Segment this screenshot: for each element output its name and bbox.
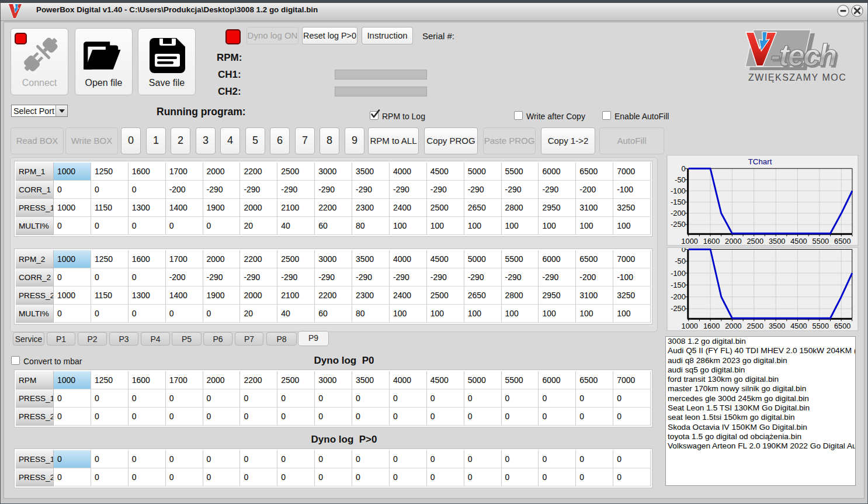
svg-text:4500: 4500 bbox=[790, 322, 807, 330]
svg-text:-50: -50 bbox=[675, 175, 686, 184]
svg-text:1600: 1600 bbox=[703, 322, 720, 330]
svg-text:1000: 1000 bbox=[681, 237, 698, 246]
svg-text:0: 0 bbox=[682, 164, 686, 173]
svg-text:1600: 1600 bbox=[703, 237, 720, 246]
svg-text:-100: -100 bbox=[671, 269, 686, 278]
svg-text:2500: 2500 bbox=[747, 322, 763, 330]
svg-text:2000: 2000 bbox=[725, 237, 742, 246]
svg-text:-250: -250 bbox=[671, 304, 686, 313]
svg-text:-tech: -tech bbox=[770, 38, 836, 72]
svg-text:0: 0 bbox=[682, 247, 686, 254]
svg-text:1000: 1000 bbox=[682, 322, 698, 330]
svg-text:ZWIĘKSZAMY MOC: ZWIĘKSZAMY MOC bbox=[748, 73, 846, 82]
svg-text:-250: -250 bbox=[671, 220, 686, 229]
svg-text:3500: 3500 bbox=[769, 237, 786, 246]
svg-text:4500: 4500 bbox=[790, 237, 807, 246]
svg-text:2500: 2500 bbox=[747, 237, 763, 246]
svg-text:TChart: TChart bbox=[748, 157, 772, 166]
svg-text:-150: -150 bbox=[671, 281, 686, 289]
svg-text:-150: -150 bbox=[671, 198, 686, 206]
svg-text:-50: -50 bbox=[675, 257, 686, 265]
svg-text:6500: 6500 bbox=[834, 237, 851, 246]
svg-text:5500: 5500 bbox=[813, 237, 829, 246]
svg-text:-100: -100 bbox=[671, 187, 686, 195]
svg-text:5500: 5500 bbox=[813, 322, 829, 330]
svg-text:6500: 6500 bbox=[834, 322, 850, 330]
svg-text:-200: -200 bbox=[671, 292, 686, 301]
svg-text:2000: 2000 bbox=[725, 322, 741, 330]
svg-text:3500: 3500 bbox=[769, 322, 785, 330]
svg-text:-200: -200 bbox=[671, 209, 686, 218]
